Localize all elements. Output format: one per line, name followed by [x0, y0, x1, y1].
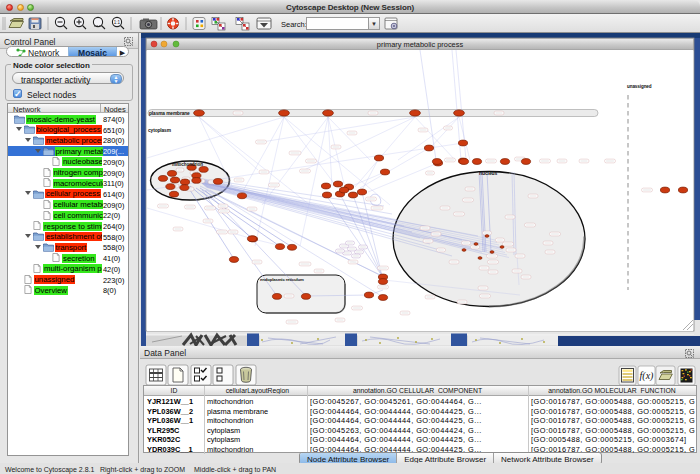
svg-text:mitochondrion: mitochondrion: [172, 162, 203, 167]
svg-text:unassigned: unassigned: [627, 84, 652, 89]
svg-text:1:1: 1:1: [114, 20, 121, 25]
svg-text:plasma membrane: plasma membrane: [149, 111, 190, 116]
svg-text:f(x): f(x): [640, 370, 655, 382]
svg-text:primary metabolic process: primary metabolic process: [377, 40, 464, 49]
svg-text:nucleus: nucleus: [479, 170, 498, 176]
svg-text:cytoplasm: cytoplasm: [148, 128, 171, 133]
svg-text:endoplasmic reticulum: endoplasmic reticulum: [260, 277, 304, 282]
